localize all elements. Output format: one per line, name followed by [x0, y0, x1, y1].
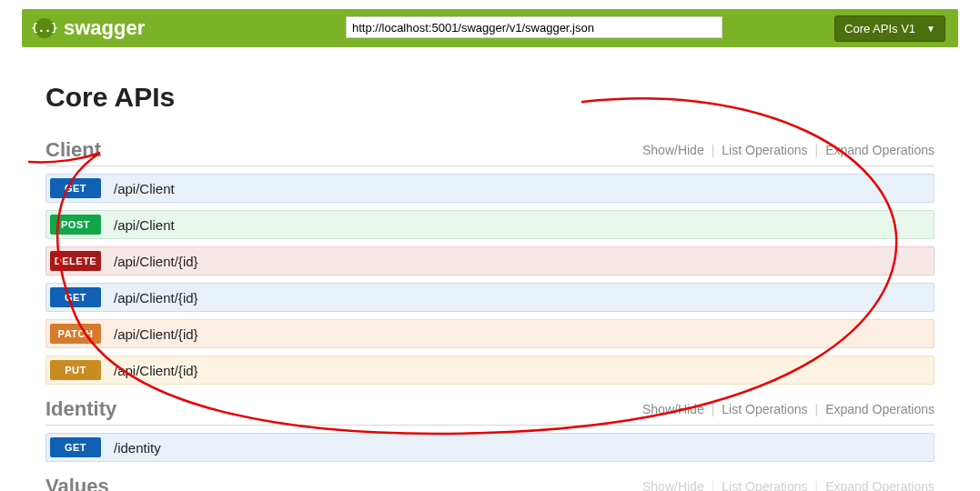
- operation-row[interactable]: GET /identity: [45, 433, 935, 462]
- show-hide-link[interactable]: Show/Hide: [642, 402, 704, 416]
- method-badge: GET: [50, 437, 101, 457]
- method-badge: GET: [50, 178, 101, 198]
- section-actions: Show/Hide | List Operations | Expand Ope…: [642, 143, 935, 157]
- section-title[interactable]: Client: [45, 138, 101, 162]
- method-badge: POST: [50, 215, 101, 235]
- section-actions: Show/Hide | List Operations | Expand Ope…: [642, 479, 935, 491]
- divider: |: [815, 143, 819, 157]
- page-title: Core APIs: [45, 82, 935, 113]
- method-badge: GET: [50, 287, 101, 307]
- operation-path: /api/Client/{id}: [114, 254, 198, 269]
- operation-row[interactable]: POST /api/Client: [45, 210, 935, 239]
- show-hide-link[interactable]: Show/Hide: [642, 143, 704, 157]
- list-operations-link[interactable]: List Operations: [722, 143, 807, 157]
- section-title[interactable]: Values: [45, 475, 109, 491]
- operation-path: /identity: [114, 440, 161, 456]
- operations-identity: GET /identity: [45, 433, 935, 462]
- section-header-identity: Identity Show/Hide | List Operations | E…: [45, 397, 935, 426]
- section-title[interactable]: Identity: [45, 397, 116, 421]
- expand-operations-link[interactable]: Expand Operations: [825, 402, 935, 416]
- method-badge: PATCH: [50, 324, 101, 344]
- divider: |: [712, 402, 715, 416]
- divider: |: [712, 143, 715, 157]
- operation-path: /api/Client: [114, 181, 175, 196]
- operation-path: /api/Client: [114, 217, 175, 233]
- operation-row[interactable]: GET /api/Client/{id}: [45, 283, 935, 312]
- section-header-values: Values Show/Hide | List Operations | Exp…: [45, 475, 935, 491]
- divider: |: [815, 479, 819, 491]
- operation-path: /api/Client/{id}: [114, 326, 198, 342]
- method-badge: PUT: [50, 360, 101, 380]
- operation-row[interactable]: PATCH /api/Client/{id}: [45, 319, 935, 348]
- swagger-logo-text: swagger: [64, 16, 145, 40]
- swagger-logo-icon: {..}: [35, 18, 55, 38]
- chevron-down-icon: ▼: [926, 24, 935, 34]
- operation-row[interactable]: DELETE /api/Client/{id}: [45, 246, 935, 276]
- api-definition-label: Core APIs V1: [844, 22, 915, 35]
- list-operations-link[interactable]: List Operations: [722, 479, 807, 491]
- spec-url-input[interactable]: [346, 16, 722, 38]
- operation-row[interactable]: GET /api/Client: [45, 174, 935, 203]
- operation-path: /api/Client/{id}: [114, 363, 198, 378]
- divider: |: [815, 402, 819, 416]
- list-operations-link[interactable]: List Operations: [722, 402, 807, 416]
- operation-row[interactable]: PUT /api/Client/{id}: [45, 356, 935, 385]
- show-hide-link[interactable]: Show/Hide: [642, 479, 704, 491]
- main-content: Core APIs Client Show/Hide | List Operat…: [0, 47, 980, 491]
- api-definition-select[interactable]: Core APIs V1 ▼: [834, 15, 945, 42]
- section-header-client: Client Show/Hide | List Operations | Exp…: [45, 138, 935, 166]
- topbar: {..} swagger Core APIs V1 ▼: [22, 9, 958, 47]
- section-actions: Show/Hide | List Operations | Expand Ope…: [642, 402, 935, 416]
- expand-operations-link[interactable]: Expand Operations: [825, 143, 935, 157]
- method-badge: DELETE: [50, 251, 101, 271]
- expand-operations-link[interactable]: Expand Operations: [825, 479, 935, 491]
- operation-path: /api/Client/{id}: [114, 290, 198, 306]
- operations-client: GET /api/Client POST /api/Client DELETE …: [45, 174, 935, 385]
- divider: |: [712, 479, 715, 491]
